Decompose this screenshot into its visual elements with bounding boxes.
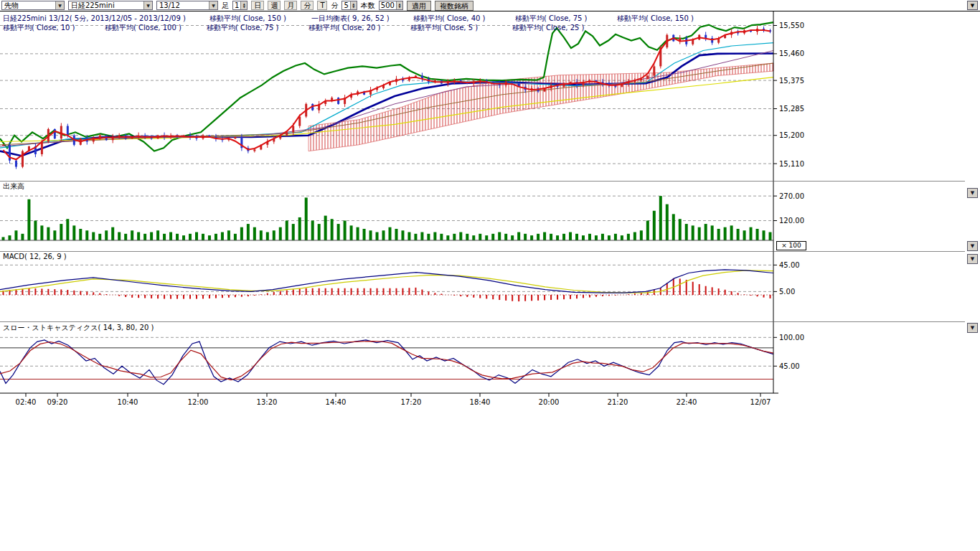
multiplier-dropdown-button[interactable]: ▼ xyxy=(967,241,978,251)
svg-text:18:40: 18:40 xyxy=(470,398,491,406)
chevron-down-icon: ▼ xyxy=(971,243,974,249)
svg-text:100.00: 100.00 xyxy=(779,334,804,342)
category-value: 先物 xyxy=(2,1,21,9)
toolbar-dropdown-button[interactable]: ▼ xyxy=(967,1,978,10)
volume-multiplier-box: × 100 xyxy=(776,241,806,250)
volume-panel: 270.00120.00 xyxy=(0,192,804,240)
svg-text:15,460: 15,460 xyxy=(779,50,804,57)
svg-text:45.00: 45.00 xyxy=(779,261,800,269)
minute-unit-label: 分 xyxy=(331,1,338,10)
svg-text:09:20: 09:20 xyxy=(47,398,68,406)
symbol-value: 日経225mini xyxy=(69,1,117,9)
svg-text:12/07: 12/07 xyxy=(750,398,771,406)
legend-item: 移動平均( Close, 10 ) xyxy=(3,23,105,33)
svg-text:15,110: 15,110 xyxy=(779,160,804,168)
svg-text:15,375: 15,375 xyxy=(779,77,804,85)
chevron-down-icon: ▼ xyxy=(55,1,64,9)
legend-item: 一目均衡表( 9, 26, 52 ) xyxy=(311,14,413,24)
contract-month-value: 13/12 xyxy=(157,1,182,9)
svg-text:13:20: 13:20 xyxy=(257,398,278,406)
chevron-down-icon: ▼ xyxy=(971,3,974,9)
minute-value: 5 xyxy=(342,1,349,9)
macd-panel-title: MACD( 12, 26, 9 ) xyxy=(3,253,67,260)
chevron-down-icon: ▼ xyxy=(209,1,217,9)
svg-text:17:20: 17:20 xyxy=(401,398,422,406)
volume-panel-title: 出来高 xyxy=(3,182,24,192)
svg-text:15,200: 15,200 xyxy=(779,131,804,139)
svg-text:21:20: 21:20 xyxy=(608,398,628,406)
bar-count-label: 本数 xyxy=(361,1,375,10)
svg-text:45.00: 45.00 xyxy=(779,362,800,370)
svg-text:5.00: 5.00 xyxy=(779,288,795,296)
indicator-legend-row1: 日経225mini 13/12( 5分, 2013/12/05 - 2013/1… xyxy=(3,14,719,24)
bar-count-value: 500 xyxy=(380,1,396,9)
chevron-down-icon: ▼ xyxy=(971,190,974,196)
svg-text:15,550: 15,550 xyxy=(779,22,804,29)
period-tick-button[interactable]: T xyxy=(317,1,327,10)
spinner-arrows-icon: ▲▼ xyxy=(396,1,402,9)
stochastics-panel-dropdown-button[interactable]: ▼ xyxy=(967,323,978,333)
chart-canvas: 15,55015,46015,37515,28515,20015,110270.… xyxy=(0,0,980,416)
period-day-button[interactable]: 日 xyxy=(251,1,264,10)
indicator-legend-row2: 移動平均( Close, 10 )移動平均( Close, 100 )移動平均(… xyxy=(3,23,614,33)
macd-panel-dropdown-button[interactable]: ▼ xyxy=(967,254,978,264)
chevron-down-icon: ▼ xyxy=(971,256,974,262)
spinner-arrows-icon: ▲▼ xyxy=(350,1,357,9)
main-toolbar: 先物 ▼ 日経225mini ▼ 13/12 ▼ 足 1 ▲▼ 日 週 月 分 … xyxy=(0,0,980,11)
stochastics-panel: 100.0045.00 xyxy=(0,334,804,385)
legend-item: 移動平均( Close, 75 ) xyxy=(515,14,617,24)
legend-item: 移動平均( Close, 75 ) xyxy=(207,23,308,33)
bar-count-spinner[interactable]: 500 ▲▼ xyxy=(379,1,403,10)
svg-text:20:00: 20:00 xyxy=(539,398,560,406)
legend-item: 移動平均( Close, 40 ) xyxy=(413,14,515,24)
legend-item: 移動平均( Close, 100 ) xyxy=(105,23,207,33)
chevron-down-icon: ▼ xyxy=(143,1,152,9)
bar-interval-value: 1 xyxy=(233,1,240,9)
bar-interval-spinner[interactable]: 1 ▲▼ xyxy=(232,1,248,10)
spinner-arrows-icon: ▲▼ xyxy=(240,1,247,9)
multi-symbol-button[interactable]: 複数銘柄 xyxy=(435,1,473,11)
svg-text:270.00: 270.00 xyxy=(779,192,804,200)
bar-type-label: 足 xyxy=(222,1,229,10)
chevron-down-icon: ▼ xyxy=(971,325,974,331)
volume-panel-dropdown-button[interactable]: ▼ xyxy=(967,188,978,198)
category-select[interactable]: 先物 ▼ xyxy=(1,1,65,10)
svg-text:12:00: 12:00 xyxy=(188,398,209,406)
period-month-button[interactable]: 月 xyxy=(284,1,297,10)
svg-text:22:40: 22:40 xyxy=(677,398,697,406)
period-week-button[interactable]: 週 xyxy=(268,1,281,10)
period-minute-button[interactable]: 分 xyxy=(301,1,314,10)
legend-item: 移動平均( Close, 20 ) xyxy=(308,23,410,33)
legend-item: 日経225mini 13/12( 5分, 2013/12/05 - 2013/1… xyxy=(3,14,209,24)
stochastics-panel-title: スロー・ストキャスティクス( 14, 3, 80, 20 ) xyxy=(3,323,154,333)
svg-text:02:40: 02:40 xyxy=(16,398,37,406)
svg-text:15,285: 15,285 xyxy=(779,105,804,113)
minute-spinner[interactable]: 5 ▲▼ xyxy=(341,1,357,10)
contract-month-select[interactable]: 13/12 ▼ xyxy=(156,1,218,10)
legend-item: 移動平均( Close, 150 ) xyxy=(617,14,719,24)
symbol-select[interactable]: 日経225mini ▼ xyxy=(68,1,153,10)
price-panel: 15,55015,46015,37515,28515,20015,110 xyxy=(0,22,804,169)
apply-button[interactable]: 適用 xyxy=(407,1,431,11)
svg-text:10:40: 10:40 xyxy=(118,398,138,406)
svg-text:14:40: 14:40 xyxy=(326,398,347,406)
time-axis: 02:4009:2010:4012:0013:2014:4017:2018:40… xyxy=(0,11,965,406)
macd-panel: 45.005.00 xyxy=(0,261,800,301)
svg-text:120.00: 120.00 xyxy=(779,217,804,225)
legend-item: 移動平均( Close, 5 ) xyxy=(410,23,512,33)
legend-item: 移動平均( Close, 25 ) xyxy=(512,23,614,33)
legend-item: 移動平均( Close, 150 ) xyxy=(209,14,311,24)
